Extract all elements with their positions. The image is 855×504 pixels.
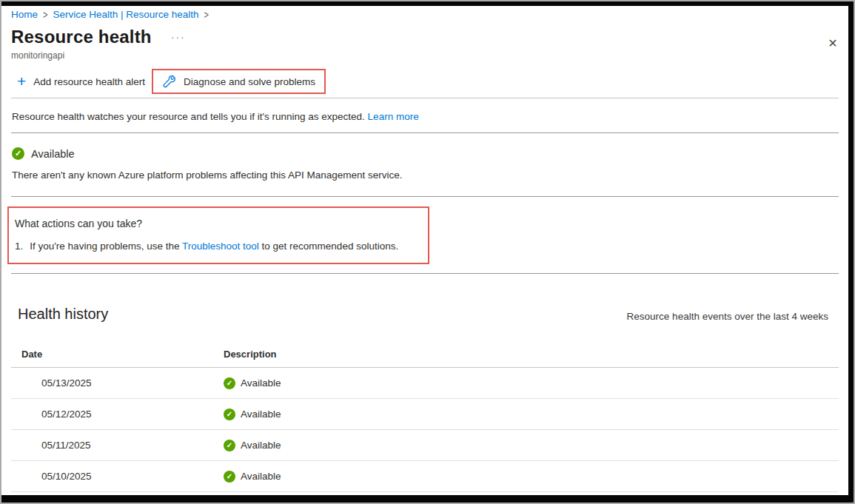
- list-item-number: 1.: [15, 241, 23, 252]
- available-check-icon: ✓: [224, 471, 235, 483]
- actions-text-suffix: to get recommended solutions.: [262, 241, 399, 252]
- add-alert-label: Add resource health alert: [33, 76, 145, 87]
- resource-name: monitoringapi: [11, 50, 839, 61]
- command-bar: + Add resource health alert Diagnose and…: [11, 69, 839, 94]
- close-icon[interactable]: ✕: [824, 34, 842, 52]
- blade-header: Resource health ···: [11, 27, 839, 47]
- list-item-text: If you're having problems, use the Troub…: [30, 241, 398, 252]
- table-header-row: Date Description: [11, 340, 839, 368]
- wrench-icon: [162, 75, 176, 89]
- frame-border-top: [1, 1, 854, 6]
- divider: [11, 273, 839, 274]
- date-cell: 05/11/2025: [11, 440, 224, 451]
- current-status: ✓ Available: [11, 147, 839, 160]
- troubleshoot-tool-link[interactable]: Troubleshoot tool: [182, 241, 259, 252]
- annotation-box-actions: What actions can you take? 1. If you're …: [7, 206, 429, 264]
- status-cell: ✓ Available: [224, 440, 839, 451]
- frame-border-bottom: [1, 495, 854, 503]
- status-text: Available: [241, 409, 281, 420]
- frame-border-right: [848, 1, 854, 503]
- status-label: Available: [31, 148, 75, 160]
- divider: [11, 132, 839, 133]
- table-row: 05/10/2025 ✓ Available: [11, 461, 839, 492]
- health-history-table: Date Description 05/13/2025 ✓ Available …: [11, 340, 839, 492]
- table-row: 05/13/2025 ✓ Available: [11, 368, 839, 399]
- available-check-icon: ✓: [224, 440, 235, 451]
- plus-icon: +: [17, 75, 26, 88]
- status-text: Available: [241, 377, 281, 389]
- page-title: Resource health: [11, 27, 152, 47]
- screenshot-frame: Home > Service Health | Resource health …: [0, 0, 855, 504]
- divider: [11, 196, 839, 197]
- breadcrumb: Home > Service Health | Resource health …: [11, 6, 839, 20]
- status-cell: ✓ Available: [224, 377, 839, 389]
- status-cell: ✓ Available: [224, 409, 839, 420]
- column-header-description: Description: [224, 349, 839, 360]
- annotation-box-diagnose: Diagnose and solve problems: [152, 69, 326, 94]
- available-check-icon: ✓: [12, 147, 24, 160]
- more-options-icon[interactable]: ···: [171, 33, 186, 41]
- status-text: Available: [241, 471, 281, 482]
- column-header-date: Date: [11, 349, 224, 360]
- breadcrumb-link-home[interactable]: Home: [11, 9, 38, 20]
- table-row: 05/11/2025 ✓ Available: [11, 430, 839, 461]
- breadcrumb-link-service-health[interactable]: Service Health | Resource health: [53, 9, 198, 20]
- health-history-note: Resource health events over the last 4 w…: [627, 311, 828, 323]
- status-text: Available: [241, 440, 281, 451]
- resource-health-blade: Home > Service Health | Resource health …: [2, 6, 848, 495]
- actions-text-prefix: If you're having problems, use the: [30, 241, 179, 252]
- available-check-icon: ✓: [224, 409, 235, 420]
- table-row: 05/12/2025 ✓ Available: [11, 399, 839, 430]
- intro-text: Resource health watches your resource an…: [11, 98, 839, 132]
- health-history-header: Health history Resource health events ov…: [11, 306, 839, 323]
- diagnose-and-solve-problems-button[interactable]: Diagnose and solve problems: [162, 75, 315, 89]
- add-resource-health-alert-button[interactable]: + Add resource health alert: [17, 75, 145, 88]
- actions-list-item: 1. If you're having problems, use the Tr…: [15, 241, 418, 252]
- actions-heading: What actions can you take?: [15, 218, 418, 229]
- learn-more-link[interactable]: Learn more: [368, 111, 419, 122]
- available-check-icon: ✓: [224, 377, 235, 389]
- date-cell: 05/10/2025: [11, 471, 224, 482]
- date-cell: 05/12/2025: [11, 409, 224, 420]
- status-detail: There aren't any known Azure platform pr…: [11, 169, 839, 181]
- date-cell: 05/13/2025: [11, 377, 224, 389]
- diagnose-label: Diagnose and solve problems: [184, 76, 315, 87]
- chevron-right-icon: >: [43, 8, 47, 20]
- intro-sentence: Resource health watches your resource an…: [12, 111, 365, 122]
- status-cell: ✓ Available: [224, 471, 839, 483]
- chevron-right-icon: >: [204, 8, 209, 20]
- health-history-title: Health history: [18, 306, 108, 323]
